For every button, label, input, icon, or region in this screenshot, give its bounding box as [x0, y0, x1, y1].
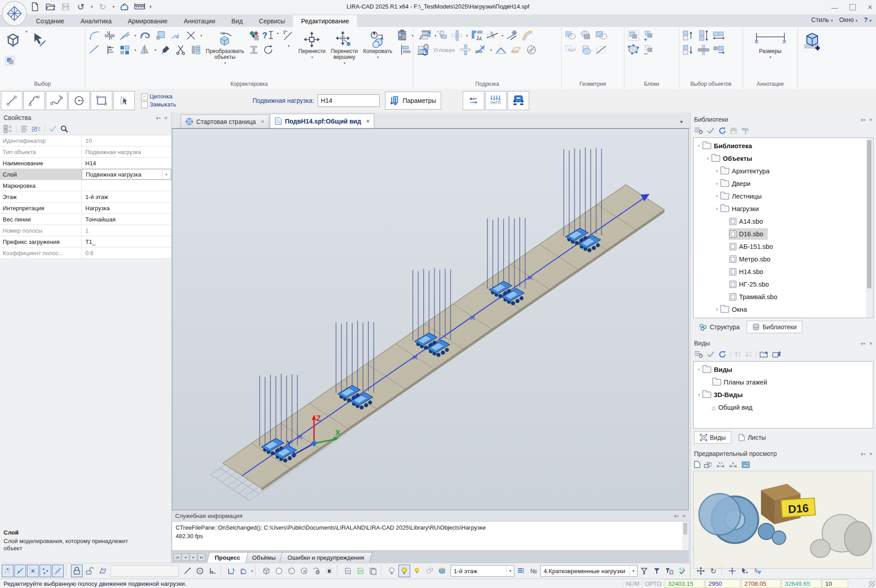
close-tab-icon[interactable]: × — [261, 118, 265, 125]
reverse-direction-button[interactable] — [463, 91, 484, 110]
alphabetical-view-icon[interactable] — [20, 125, 28, 133]
preview-page-icon[interactable] — [694, 461, 700, 468]
select-cube-button[interactable] — [3, 30, 23, 49]
tab-reinforcement[interactable]: Армирование — [119, 15, 176, 27]
visual-check-button[interactable] — [676, 565, 688, 577]
tab-services[interactable]: Сервисы — [251, 15, 293, 27]
select-cross-button[interactable] — [697, 44, 710, 56]
tree-item-metro[interactable]: Метро.sbo — [696, 253, 873, 265]
search-icon[interactable] — [60, 125, 68, 133]
add-to-block-button[interactable] — [642, 30, 655, 41]
select-overlap-button[interactable] — [4, 55, 16, 66]
pin-icon[interactable] — [860, 117, 865, 122]
prop-row-lane-number[interactable]: Номер полосы1 — [0, 225, 171, 236]
tree-scrollbar[interactable] — [866, 138, 872, 317]
prop-row-marking[interactable]: Маркировка — [0, 180, 171, 191]
match-properties-button[interactable] — [159, 44, 172, 56]
tree-item-ng25[interactable]: НГ-25.sbo — [696, 278, 873, 291]
pan-button[interactable] — [695, 565, 707, 577]
pin-icon[interactable] — [860, 341, 865, 346]
prop-row-load-prefix[interactable]: Префикс загруженияT1_ — [0, 236, 171, 248]
close-panel-icon[interactable]: × — [869, 116, 872, 123]
fillet-button[interactable] — [88, 30, 101, 41]
tree-item-views-root[interactable]: ˅Виды — [696, 363, 873, 376]
numbering-button[interactable]: № — [528, 565, 540, 577]
box-clip-button[interactable] — [323, 565, 335, 577]
storey-combobox[interactable]: 1-й этаж▼ — [451, 565, 514, 577]
draw-line-button[interactable] — [1, 91, 22, 110]
roof-button[interactable] — [495, 44, 507, 56]
workplane-button[interactable] — [96, 565, 108, 577]
preview-dim-icon[interactable]: 1.2 — [717, 461, 726, 468]
viewport-3d[interactable]: Z Y X — [172, 128, 689, 510]
prop-row-name[interactable]: НаименованиеH14 — [0, 158, 171, 169]
lock-objects-toggle[interactable] — [71, 565, 83, 577]
offset-element-button[interactable] — [119, 30, 131, 41]
bool-c-button[interactable] — [595, 44, 607, 56]
angular-trim-button[interactable]: Угловая — [431, 46, 456, 54]
snap-intersection-toggle[interactable] — [27, 565, 39, 577]
tree-item-stairs[interactable]: ˃Лестницы — [696, 190, 873, 203]
snap-grid-toggle[interactable] — [2, 565, 13, 577]
cursor-filter2-button[interactable] — [752, 565, 763, 577]
pin-icon[interactable] — [673, 513, 678, 518]
bulb-small-button[interactable] — [411, 565, 423, 577]
storey-mode-1-button[interactable] — [342, 565, 354, 577]
tab-errors[interactable]: Ошибки и предупреждения — [279, 552, 372, 563]
array-button[interactable] — [119, 44, 131, 56]
plane-trim-button[interactable] — [486, 30, 499, 41]
tree-item-doors[interactable]: ˃Двери — [696, 177, 873, 190]
box-mode-4-button[interactable] — [298, 565, 310, 577]
tab-libraries[interactable]: Библиотеки — [747, 321, 802, 333]
chain-checkbox[interactable]: ✓Цепочка — [141, 93, 176, 101]
library-settings-icon[interactable] — [694, 127, 703, 134]
close-panel-icon[interactable]: × — [869, 340, 872, 347]
draw-polyline-button[interactable] — [23, 91, 45, 110]
cut-button[interactable] — [174, 44, 187, 56]
section-shape-button[interactable] — [248, 44, 260, 56]
tab-creation[interactable]: Создание — [28, 15, 72, 27]
view-settings-icon[interactable] — [694, 351, 703, 358]
prop-row-lane-factor[interactable]: Коэффициент полос...0.6 — [0, 248, 171, 259]
preview-image-icon[interactable] — [742, 461, 750, 468]
moving-load-name-input[interactable]: H14 — [318, 94, 380, 107]
pin-icon[interactable] — [155, 115, 160, 120]
trace-circle-button[interactable] — [194, 565, 206, 577]
arc-wall-button[interactable] — [522, 30, 534, 41]
select-above-button[interactable] — [682, 30, 695, 41]
no-section-button[interactable] — [525, 44, 538, 56]
filter-table-button[interactable] — [664, 565, 675, 577]
tab-process[interactable]: Процесс — [207, 552, 248, 563]
create-block-button[interactable] — [627, 30, 640, 41]
snap-node-toggle[interactable] — [40, 565, 51, 577]
box-mode-1-button[interactable] — [260, 565, 272, 577]
menu-style[interactable]: Стиль ▾ — [811, 16, 833, 23]
properties-table-button[interactable] — [190, 44, 202, 56]
apply-check-icon[interactable] — [707, 127, 715, 134]
trace-line-button[interactable] — [181, 565, 193, 577]
pick-contour-button[interactable] — [113, 91, 135, 110]
tab-views[interactable]: Виды — [694, 431, 731, 444]
offset-contour-button[interactable] — [139, 30, 151, 41]
draw-spline-button[interactable] — [46, 91, 67, 110]
bucket-layers-button[interactable] — [436, 565, 448, 577]
move-button[interactable]: Перенести▾ — [296, 30, 327, 61]
copy-button[interactable]: Копировать▾ — [362, 30, 394, 61]
trim-settings-button[interactable] — [506, 30, 519, 41]
tab-view[interactable]: Вид — [223, 15, 251, 27]
align-button[interactable] — [103, 44, 116, 56]
orbit-button[interactable]: ↻ — [708, 565, 719, 577]
draw-rectangle-button[interactable] — [91, 91, 112, 110]
delete-button[interactable] — [185, 30, 197, 41]
draw-circle-button[interactable] — [68, 91, 90, 110]
close-contour-checkbox[interactable]: Замыкать — [141, 101, 176, 109]
minimize-button[interactable]: — — [831, 4, 838, 11]
dimensions-button[interactable]: Размеры▾ — [746, 30, 795, 61]
subtract-button[interactable] — [580, 30, 592, 41]
tab-model-view[interactable]: ПодвН14.spf:Общий вид× — [270, 114, 374, 128]
prop-row-line-weight[interactable]: Вес линииТончайшая — [0, 214, 171, 225]
distributed-load-button[interactable] — [485, 91, 507, 110]
tab-analytics[interactable]: Аналитика — [72, 15, 119, 27]
new-camera-icon[interactable] — [772, 351, 781, 358]
scale-button[interactable] — [154, 30, 167, 41]
